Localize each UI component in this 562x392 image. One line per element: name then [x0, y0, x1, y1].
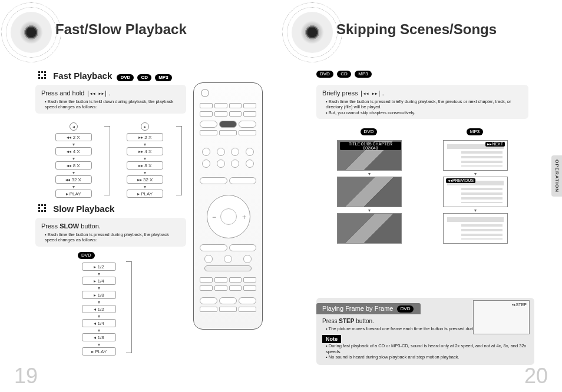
page-number: 19 [14, 364, 38, 388]
fwd-column: ▸ ▸▸ 2 X▾ ▸▸ 4 X▾ ▸▸ 8 X▾ ▸▸ 32 X▾ ▸ PLA… [111, 120, 180, 199]
badge-mp3: MP3 [155, 74, 171, 81]
power-icon [201, 89, 209, 97]
mp3-next-tag: ▸▸NEXT [485, 142, 505, 147]
fast-speed-panel: ◂ ◂◂ 2 X▾ ◂◂ 4 X▾ ◂◂ 8 X▾ ◂◂ 32 X▾ ▸ PLA… [35, 115, 186, 205]
nav-ring: +− [207, 195, 250, 238]
loop-arrow [176, 126, 182, 195]
slow-heading-text: Slow Playback [53, 204, 114, 214]
svg-rect-5 [38, 77, 40, 79]
rev-step: ◂◂ 32 X [55, 175, 92, 184]
fast-lead-post: . [109, 89, 111, 97]
mp3-screen-thumb: ◂◂PREVIOUS [443, 177, 508, 207]
slow-playback-heading: Slow Playback [38, 202, 114, 214]
fwd-step: ▸▸ 2 X [127, 133, 163, 141]
dvd-screen-thumb [337, 177, 402, 207]
fwd-hold-icon: ▸ [141, 122, 149, 131]
rev-hold-icon: ◂ [70, 122, 78, 131]
loop-arrow [104, 126, 110, 195]
svg-rect-9 [41, 204, 43, 206]
badge-dvd: DVD [316, 71, 333, 78]
page-20: Skipping Scenes/Songs DVD CD MP3 Briefly… [281, 0, 562, 392]
rev-column: ◂ ◂◂ 2 X▾ ◂◂ 4 X▾ ◂◂ 8 X▾ ◂◂ 32 X▾ ▸ PLA… [39, 120, 108, 199]
frame-step-tag: ▪▸STEP [512, 303, 527, 307]
svg-rect-3 [38, 74, 40, 76]
skip-bullet: Each time the button is pressed briefly … [326, 99, 523, 110]
slow-step: ◂ 1/8 [82, 333, 116, 341]
skip-bullet: But, you cannot skip chapters consecutiv… [326, 110, 523, 115]
frame-by-frame-box: Playing Frame by Frame DVD ▪▸STEP Press … [316, 298, 534, 365]
dvd-osd-tag: TITLE 01/05 CHAPTER 002/040 [340, 142, 401, 150]
fast-lead-pre: Press and hold [41, 89, 86, 97]
fast-heading-text: Fast Playback [53, 71, 112, 81]
svg-rect-13 [38, 210, 40, 212]
frame-title: Playing Frame by Frame DVD [316, 303, 421, 314]
mp3-screen-thumb [443, 213, 508, 244]
slow-bullet: Each time the button is pressed during p… [45, 232, 180, 243]
page-title: Skipping Scenes/Songs [336, 21, 497, 38]
slow-instruction-box: Press SLOW button. Each time the button … [35, 218, 186, 247]
badge-cd: CD [137, 74, 151, 81]
rev-step: ▸ PLAY [55, 190, 92, 198]
svg-rect-10 [44, 204, 46, 206]
rev-step: ◂◂ 4 X [55, 147, 92, 155]
slow-lead-post: button. [81, 222, 101, 230]
frame-screen-thumb: ▪▸STEP [473, 300, 530, 334]
fwd-step: ▸ PLAY [127, 190, 163, 198]
badge-cd: CD [337, 71, 351, 78]
slow-step: ▸ 1/2 [82, 263, 116, 271]
svg-rect-0 [38, 71, 40, 73]
skip-lead-pre: Briefly press [322, 89, 360, 97]
remote-control-illustration: +− [193, 82, 263, 330]
slow-lead-bold: SLOW [59, 222, 79, 230]
mp3-col-badge: MP3 [467, 128, 483, 135]
dvd-example-column: DVD TITLE 01/05 CHAPTER 002/040 ▾ ▾ [322, 126, 416, 245]
fast-playback-heading: Fast Playback DVD CD MP3 [38, 69, 173, 82]
svg-rect-4 [44, 74, 46, 76]
slow-step: ▸ PLAY [82, 347, 116, 356]
slow-step: ▸ 1/4 [82, 277, 116, 285]
fast-badges: DVD CD MP3 [117, 72, 173, 82]
fast-instruction-box: Press and hold |◂◂ ▸▸| . Each time the b… [35, 85, 186, 114]
svg-rect-11 [38, 207, 40, 209]
slow-step: ▸ 1/8 [82, 291, 116, 299]
svg-rect-14 [41, 210, 43, 212]
speaker-decoration [11, 12, 52, 53]
mp3-example-column: MP3 ▸▸NEXT ▾ ◂◂PREVIOUS ▾ [428, 126, 523, 245]
slow-speed-panel: DVD ▸ 1/2▾ ▸ 1/4▾ ▸ 1/8▾ ◂ 1/2▾ ◂ 1/4▾ ◂… [52, 247, 146, 363]
svg-rect-6 [41, 77, 43, 79]
badge-dvd: DVD [117, 74, 134, 81]
mp3-screen-thumb: ▸▸NEXT [443, 140, 508, 171]
slow-step: ◂ 1/4 [82, 319, 116, 327]
fwd-step: ▸▸ 32 X [127, 175, 163, 184]
skip-prev-next-icon: |◂◂ ▸▸| [360, 90, 381, 97]
svg-rect-7 [44, 77, 46, 79]
fwd-step: ▸▸ 8 X [127, 161, 163, 170]
skip-instruction-box: Briefly press |◂◂ ▸▸| . Each time the bu… [316, 85, 528, 119]
svg-rect-12 [44, 207, 46, 209]
note-item: During fast playback of a CD or MP3-CD, … [322, 343, 528, 354]
dvd-col-badge: DVD [361, 128, 378, 135]
slow-lead: Press SLOW button. [41, 222, 180, 230]
mp3-prev-tag: ◂◂PREVIOUS [446, 178, 475, 183]
skip-lead-post: . [382, 89, 384, 97]
slow-step: ◂ 1/2 [82, 305, 116, 313]
slow-dvd-badge: DVD [78, 252, 95, 259]
fast-lead: Press and hold |◂◂ ▸▸| . [41, 89, 180, 97]
skip-badges: DVD CD MP3 [316, 68, 373, 79]
note-label: Note [322, 335, 341, 343]
slow-column: DVD ▸ 1/2▾ ▸ 1/4▾ ▸ 1/8▾ ◂ 1/2▾ ◂ 1/4▾ ◂… [55, 250, 143, 357]
bullet-icon [38, 71, 47, 80]
speaker-decoration [292, 12, 333, 53]
dvd-screen-thumb [337, 213, 402, 244]
frame-lead-post: button. [356, 318, 374, 324]
skip-examples-panel: DVD TITLE 01/05 CHAPTER 002/040 ▾ ▾ MP3 … [316, 124, 528, 265]
rev-step: ◂◂ 8 X [55, 161, 92, 170]
frame-lead-pre: Press [322, 318, 339, 324]
badge-mp3: MP3 [355, 71, 371, 78]
bullet-icon [38, 204, 47, 213]
section-tab-operation: OPERATION [551, 155, 562, 197]
svg-rect-15 [44, 210, 46, 212]
note-item: No sound is heard during slow playback a… [322, 354, 528, 360]
frame-lead-bold: STEP [339, 318, 354, 324]
svg-rect-2 [44, 71, 46, 73]
